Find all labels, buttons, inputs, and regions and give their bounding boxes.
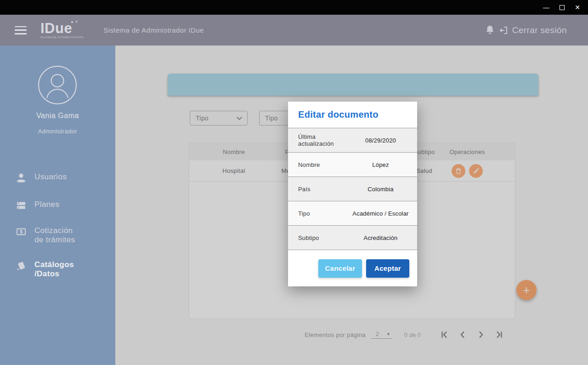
sidebar: Vania Gama Administrador Usuarios Planes (0, 46, 115, 365)
sidebar-item-usuarios[interactable]: Usuarios (0, 172, 115, 183)
field-row-pais: País Colombia (288, 177, 417, 201)
field-row-ultima-actualizacion: Última actualización 08/29/2020 (288, 128, 417, 152)
logout-label[interactable]: Cerrar sesión (512, 25, 567, 35)
sidebar-item-planes[interactable]: Planes (0, 200, 115, 211)
user-name: Vania Gama (0, 112, 115, 120)
field-value: Colombia (350, 186, 412, 193)
field-row-nombre: Nombre López (288, 152, 417, 177)
app-logo: IDue ® DILIGENCE AUTHENTICATION (40, 22, 83, 39)
field-label: Tipo (298, 210, 350, 217)
notifications-bell-icon[interactable] (486, 25, 494, 35)
field-row-subtipo: Subtipo Acreditación (288, 225, 417, 250)
menu-icon[interactable] (15, 26, 27, 34)
sidebar-item-label-line2: /Datos (34, 269, 59, 278)
avatar (38, 65, 77, 105)
close-icon: ✕ (575, 4, 580, 11)
cancel-button[interactable]: Cancelar (318, 259, 362, 278)
sidebar-item-catalogos[interactable]: Catálogos /Datos (0, 260, 115, 279)
dialog-title: Editar documento (298, 109, 379, 120)
plans-icon (16, 200, 27, 211)
logo-registered-mark: ® (75, 20, 78, 23)
window-titlebar: — ✕ (0, 0, 588, 15)
maximize-icon (560, 5, 565, 10)
sidebar-item-label-line2: de trámites (34, 235, 75, 244)
logo-tagline: DILIGENCE AUTHENTICATION (40, 36, 83, 39)
logout-icon[interactable] (498, 26, 508, 35)
app-header: IDue ® DILIGENCE AUTHENTICATION Sistema … (0, 15, 588, 46)
accept-button[interactable]: Aceptar (366, 259, 409, 278)
catalog-icon (16, 260, 27, 271)
field-label: Última actualización (298, 133, 350, 147)
field-value: López (350, 161, 412, 168)
app-title: Sistema de Administrador IDue (103, 26, 204, 34)
field-label: Subtipo (298, 234, 350, 241)
sidebar-item-cotizacion[interactable]: $ Cotización de trámites (0, 226, 115, 245)
field-label: País (298, 186, 350, 193)
edit-document-dialog: Editar documento Última actualización 08… (288, 102, 417, 286)
sidebar-item-label: Cotización (34, 226, 73, 235)
sidebar-item-label: Catálogos (34, 260, 74, 269)
close-button[interactable]: ✕ (570, 0, 585, 15)
minimize-button[interactable]: — (538, 0, 554, 15)
users-icon (16, 172, 27, 183)
logo-text: IDue (40, 22, 83, 35)
minimize-icon: — (543, 4, 549, 11)
field-value: Acreditación (350, 234, 412, 241)
sidebar-item-label: Planes (34, 200, 59, 209)
field-value: Académico / Escolar (350, 210, 412, 217)
quote-dollar-icon: $ (16, 226, 27, 237)
svg-text:$: $ (20, 229, 23, 234)
dialog-header: Editar documento (288, 102, 417, 128)
field-row-tipo: Tipo Académico / Escolar (288, 201, 417, 225)
logo-dot (71, 21, 73, 23)
sidebar-item-label: Usuarios (34, 172, 67, 181)
user-role: Administrador (0, 128, 115, 135)
field-label: Nombre (298, 161, 350, 168)
dialog-footer: Cancelar Aceptar (288, 250, 417, 286)
field-value: 08/29/2020 (350, 137, 412, 144)
maximize-button[interactable] (554, 0, 570, 15)
